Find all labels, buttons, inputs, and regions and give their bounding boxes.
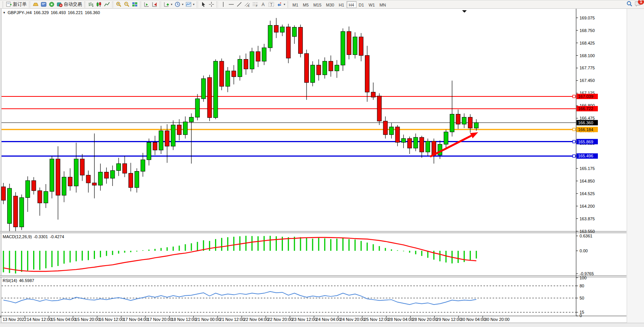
tf-h1-button[interactable]: H1 (336, 1, 346, 8)
tf-d1-button[interactable]: D1 (357, 1, 366, 8)
svg-text:168.750: 168.750 (580, 28, 595, 33)
bar-chart-icon (88, 2, 94, 7)
chart-shift-button[interactable] (151, 1, 159, 8)
tf-m30-button[interactable]: M30 (324, 1, 336, 8)
ohlc-close: 166.360 (85, 10, 100, 15)
svg-text:163.875: 163.875 (580, 216, 595, 221)
tf-h4-button[interactable]: H4 (347, 1, 357, 8)
shapes-button[interactable]: ▾ (275, 1, 286, 8)
chevron-down-icon[interactable]: ▼ (3, 11, 6, 14)
text-label-icon: T (268, 2, 274, 7)
svg-text:15 Nov 04:00: 15 Nov 04:00 (51, 317, 75, 322)
svg-text:165.496: 165.496 (578, 154, 593, 158)
vertical-line-button[interactable] (219, 1, 227, 8)
svg-text:15 Nov 20:00: 15 Nov 20:00 (75, 317, 100, 322)
toolbar-grip[interactable] (287, 2, 289, 8)
toolbar-grip[interactable] (160, 2, 161, 8)
signals-button[interactable] (48, 1, 56, 8)
svg-text:23 Nov 12:00: 23 Nov 12:00 (292, 317, 316, 322)
toolbar-grip[interactable] (84, 2, 86, 8)
time-axis[interactable]: 13 Nov 202214 Nov 12:0015 Nov 04:0015 No… (1, 316, 509, 322)
terminal-button[interactable] (40, 1, 48, 8)
svg-text:0.6361: 0.6361 (580, 234, 593, 238)
zoom-in-button[interactable] (115, 1, 123, 8)
svg-text:T: T (270, 3, 273, 7)
zoom-in-icon (116, 2, 122, 7)
autotrade-button[interactable]: 自动交易 (56, 1, 83, 8)
macd-indicator-label: MACD(12,26,9) -0.3301 -0.4274 (3, 234, 64, 239)
zoom-out-button[interactable] (123, 1, 131, 8)
rsi-name: RSI(14) (3, 278, 17, 283)
svg-text:18 Nov 12:00: 18 Nov 12:00 (171, 317, 196, 322)
text-button[interactable]: A (259, 1, 267, 8)
tf-m15-button[interactable]: M15 (311, 1, 324, 8)
svg-text:166.184: 166.184 (578, 127, 593, 132)
ohlc-high: 166.493 (51, 10, 66, 15)
line-chart-icon (104, 2, 110, 7)
tf-mn-button[interactable]: MN (377, 1, 388, 8)
chart-candles-button[interactable] (95, 1, 103, 8)
autotrade-icon (57, 2, 63, 7)
svg-text:164.850: 164.850 (580, 179, 595, 183)
quotes-button[interactable] (32, 1, 40, 8)
svg-text:17 Nov 20:00: 17 Nov 20:00 (147, 317, 172, 322)
macd-signal: -0.4274 (50, 234, 64, 239)
chevron-down-icon: ▾ (193, 3, 194, 6)
svg-text:24 Nov 20:00: 24 Nov 20:00 (340, 317, 365, 322)
search-button[interactable] (626, 1, 633, 8)
rsi-indicator-label: RSI(14) 46.5987 (3, 278, 34, 283)
chevron-down-icon: ▾ (284, 3, 285, 6)
chart-title: ▼ GBPJPY-,H4 166.329 166.493 166.221 166… (3, 10, 100, 15)
zoom-out-icon (124, 2, 130, 7)
rsi-value: 46.5987 (19, 278, 34, 283)
svg-text:166.360: 166.360 (578, 120, 593, 125)
svg-text:80: 80 (580, 284, 584, 288)
svg-text:50: 50 (580, 296, 584, 300)
tile-windows-button[interactable] (131, 1, 139, 8)
svg-text:167.775: 167.775 (580, 66, 595, 70)
svg-text:100: 100 (580, 276, 586, 280)
svg-text:167.039: 167.039 (578, 94, 593, 99)
trendline-icon (236, 2, 242, 7)
toolbar-grip[interactable] (2, 2, 4, 8)
cursor-button[interactable] (199, 1, 207, 8)
chart-bars-button[interactable] (87, 1, 95, 8)
svg-text:168.425: 168.425 (580, 41, 595, 45)
channel-icon: E (244, 2, 250, 7)
toolbar-grip[interactable] (217, 2, 218, 8)
toolbar-grip[interactable] (140, 2, 141, 8)
trendline-button[interactable] (235, 1, 243, 8)
chevron-down-icon: ▾ (182, 3, 183, 6)
svg-text:164.200: 164.200 (580, 204, 595, 208)
crosshair-button[interactable] (207, 1, 215, 8)
equidistant-channel-button[interactable]: E (243, 1, 251, 8)
toolbar-grip[interactable] (197, 2, 198, 8)
svg-text:28 Nov 20:00: 28 Nov 20:00 (412, 317, 437, 322)
svg-text:16 Nov 12:00: 16 Nov 12:00 (99, 317, 124, 322)
chart-canvas[interactable]: 169.075168.750168.425168.100167.775167.4… (0, 9, 644, 327)
notification-badge: 1 (638, 0, 644, 5)
toolbar-grip[interactable] (112, 2, 114, 8)
tf-w1-button[interactable]: W1 (366, 1, 377, 8)
notifications-button[interactable]: 1 (635, 1, 641, 8)
templates-button[interactable]: ▾ (185, 1, 196, 8)
tf-m1-button[interactable]: M1 (290, 1, 300, 8)
svg-text:0.00: 0.00 (580, 248, 588, 253)
auto-scroll-button[interactable] (143, 1, 151, 8)
svg-text:165.869: 165.869 (578, 139, 593, 144)
tf-m5-button[interactable]: M5 (300, 1, 311, 8)
periods-button[interactable]: ▾ (173, 1, 185, 8)
new-order-button[interactable]: 新订单 (5, 1, 28, 8)
horizontal-line-button[interactable] (227, 1, 235, 8)
toolbar-grip[interactable] (29, 2, 31, 8)
svg-text:13 Nov 2022: 13 Nov 2022 (3, 317, 26, 322)
indicators-button[interactable]: ▾ (162, 1, 173, 8)
svg-text:168.100: 168.100 (580, 53, 595, 58)
cursor-icon (201, 2, 206, 7)
fibonacci-button[interactable]: F (251, 1, 259, 8)
svg-text:165.175: 165.175 (580, 166, 595, 171)
svg-text:166.722: 166.722 (578, 106, 593, 111)
text-label-button[interactable]: T (267, 1, 275, 8)
chart-line-button[interactable] (103, 1, 111, 8)
tile-windows-icon (132, 2, 138, 7)
